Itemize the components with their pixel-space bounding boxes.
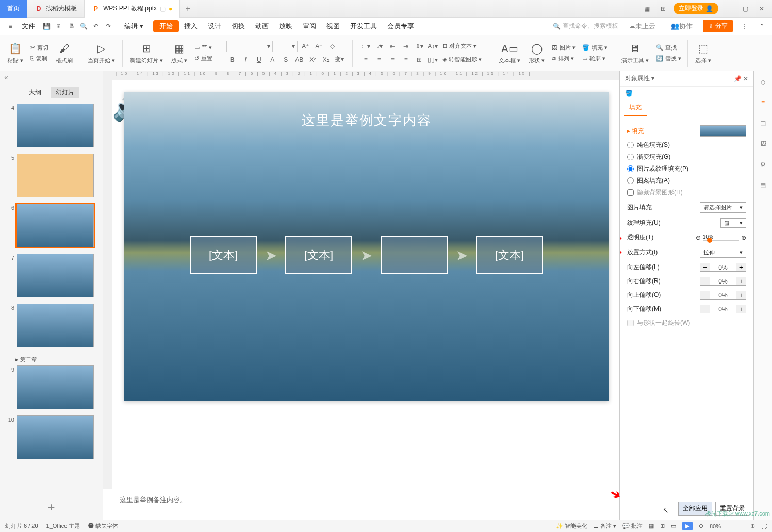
- apps-icon[interactable]: ⊞: [657, 3, 669, 15]
- thumbnail-10[interactable]: 10: [5, 415, 97, 459]
- thumbnail-4[interactable]: 4: [5, 104, 97, 147]
- preview-icon[interactable]: 🔍: [77, 20, 90, 32]
- check-rotate-with[interactable]: 与形状一起旋转(W): [627, 319, 746, 327]
- section-fill-label[interactable]: ▸ 填充: [627, 127, 644, 136]
- share-button[interactable]: ⇪ 分享: [703, 20, 733, 32]
- menu-icon[interactable]: ≡: [4, 20, 17, 32]
- nav-back-icon[interactable]: «: [0, 71, 103, 84]
- thumbnail-7[interactable]: 7: [5, 254, 97, 297]
- beautify-button[interactable]: ✨ 智能美化: [556, 522, 587, 530]
- offset-top-spinner[interactable]: −0%+: [700, 291, 746, 300]
- side-tool-shape[interactable]: ◇: [758, 76, 769, 88]
- new-slide-button[interactable]: ⊞新建幻灯片 ▾: [127, 40, 166, 65]
- grid-icon[interactable]: ▦: [640, 3, 653, 15]
- font-size-select[interactable]: ▾: [275, 41, 298, 52]
- zoom-value[interactable]: 80%: [710, 523, 721, 529]
- login-button[interactable]: 立即登录 👤: [674, 3, 718, 14]
- zoom-in-icon[interactable]: ⊕: [750, 523, 755, 529]
- slide-title-text[interactable]: 这里是举例文字内容: [124, 111, 609, 129]
- font-dec-icon[interactable]: A⁻: [313, 41, 324, 52]
- outline-button[interactable]: ▭轮廓 ▾: [580, 54, 610, 63]
- side-tool-theme[interactable]: ◫: [758, 118, 769, 129]
- thumbnail-6[interactable]: 6: [5, 204, 97, 247]
- menu-tab-animation[interactable]: 动画: [250, 18, 274, 35]
- thumbnail-5[interactable]: 5: [5, 154, 97, 197]
- section-button[interactable]: ▭节 ▾: [192, 43, 215, 53]
- window-maximize[interactable]: ▢: [739, 3, 751, 15]
- bullets-icon[interactable]: ≔▾: [360, 41, 371, 52]
- slider-minus-icon[interactable]: ⊖: [696, 234, 701, 241]
- placement-select[interactable]: 拉伸▾: [700, 247, 746, 258]
- reset-button[interactable]: ↺重置: [192, 54, 215, 63]
- radio-pattern[interactable]: 图案填充(A): [627, 176, 746, 185]
- numbering-icon[interactable]: ⅟▾: [373, 41, 385, 52]
- radio-solid[interactable]: 纯色填充(S): [627, 141, 746, 149]
- bold-icon[interactable]: B: [226, 54, 238, 65]
- columns-icon[interactable]: ▯▯▾: [427, 54, 438, 65]
- chapter-label[interactable]: ▸ 第二章: [5, 354, 97, 365]
- tab-add[interactable]: +: [180, 4, 195, 13]
- missing-font[interactable]: 🅣 缺失字体: [88, 522, 118, 530]
- tab-file[interactable]: P WPS PPT教程.pptx ▢ ●: [85, 0, 180, 18]
- replace-button[interactable]: 🔄替换 ▾: [654, 54, 683, 63]
- image-button[interactable]: 🖼图片 ▾: [550, 43, 578, 53]
- indent-dec-icon[interactable]: ⇤: [387, 41, 398, 52]
- offset-bottom-spinner[interactable]: −0%+: [700, 305, 746, 313]
- text-box-3[interactable]: [381, 236, 448, 274]
- radio-gradient[interactable]: 渐变填充(G): [627, 153, 746, 161]
- textbox-button[interactable]: A▭文本框 ▾: [496, 40, 523, 65]
- page-start-button[interactable]: ▷当页开始 ▾: [85, 40, 118, 65]
- side-tool-layout[interactable]: ▤: [758, 179, 769, 191]
- distribute-icon[interactable]: ⊞: [414, 54, 425, 65]
- find-button[interactable]: 🔍查找: [654, 43, 683, 53]
- thumbnail-list[interactable]: 4 5 6 7 8 ▸ 第二章 9 10: [0, 102, 103, 495]
- paste-button[interactable]: 📋粘贴 ▾: [4, 40, 26, 65]
- fit-window-icon[interactable]: ⛶: [761, 523, 767, 529]
- align-center-icon[interactable]: ≡: [373, 54, 385, 65]
- demo-tool-button[interactable]: 🖥演示工具 ▾: [618, 40, 652, 65]
- clear-format-icon[interactable]: ◇: [326, 41, 338, 52]
- notes-area[interactable]: 这里是举例备注内容。: [113, 491, 619, 520]
- menu-tab-show[interactable]: 放映: [274, 18, 298, 35]
- thumbnail-9[interactable]: 9: [5, 365, 97, 409]
- font-family-select[interactable]: ▾: [226, 41, 273, 52]
- menu-tab-review[interactable]: 审阅: [298, 18, 321, 35]
- check-hide-bg[interactable]: 隐藏背景图形(H): [627, 188, 746, 197]
- cloud-status[interactable]: ☁ 未上云: [623, 18, 661, 35]
- align-right-icon[interactable]: ≡: [387, 54, 398, 65]
- redo-icon[interactable]: ↷: [102, 20, 114, 32]
- view-sorter-icon[interactable]: ⊞: [660, 523, 665, 529]
- notes-button[interactable]: ☰ 备注 ▾: [594, 522, 616, 530]
- saveas-icon[interactable]: 🗎: [53, 20, 65, 32]
- radio-picture[interactable]: 图片或纹理填充(P): [627, 164, 746, 173]
- menu-tab-dev[interactable]: 开发工具: [345, 18, 382, 35]
- format-painter-button[interactable]: 🖌格式刷: [53, 40, 76, 65]
- shape-button[interactable]: ◯形状 ▾: [525, 40, 548, 65]
- image-fill-select[interactable]: 请选择图片▾: [700, 202, 746, 213]
- menu-tab-vip[interactable]: 会员专享: [382, 18, 419, 35]
- line-space-icon[interactable]: ⇕▾: [414, 41, 425, 52]
- menu-tab-insert[interactable]: 插入: [179, 18, 203, 35]
- zoom-slider[interactable]: ———: [727, 523, 744, 529]
- side-tool-image[interactable]: 🖼: [758, 138, 769, 149]
- comments-button[interactable]: 💬 批注: [622, 522, 643, 530]
- underline-icon[interactable]: U: [253, 54, 265, 65]
- layout-button[interactable]: ▦版式 ▾: [168, 40, 190, 65]
- superscript-icon[interactable]: X²: [307, 54, 318, 65]
- fill-preview[interactable]: [700, 125, 746, 137]
- offset-right-spinner[interactable]: −0%+: [700, 277, 746, 286]
- tab-outline[interactable]: 大纲: [24, 87, 46, 98]
- view-slideshow-icon[interactable]: ▶: [682, 522, 693, 530]
- text-box-1[interactable]: [文本]: [190, 236, 257, 274]
- save-icon[interactable]: 💾: [40, 20, 53, 32]
- props-title[interactable]: 对象属性 ▾: [625, 74, 654, 83]
- window-close[interactable]: ✕: [755, 3, 768, 15]
- subscript-icon[interactable]: X₂: [320, 54, 332, 65]
- side-tool-select[interactable]: ≡: [758, 97, 769, 108]
- align-left-icon[interactable]: ≡: [360, 54, 371, 65]
- command-search[interactable]: 🔍 查找命令、搜索模板: [553, 22, 618, 30]
- italic-icon[interactable]: I: [240, 54, 251, 65]
- copy-button[interactable]: ⎘复制: [28, 54, 51, 63]
- close-icon[interactable]: ✕: [743, 75, 748, 82]
- smart-shape-button[interactable]: ◈ 转智能图形 ▾: [440, 55, 484, 64]
